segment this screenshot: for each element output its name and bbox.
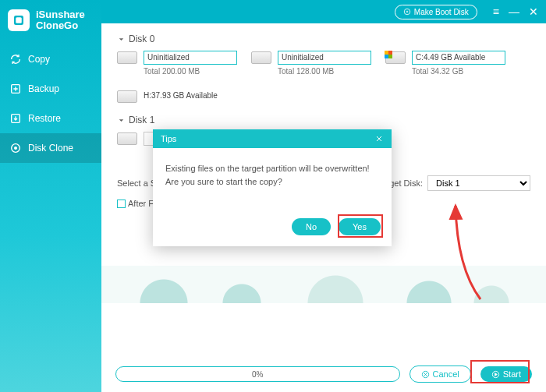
windows-drive-icon: [385, 51, 406, 64]
logo-icon: [8, 9, 30, 31]
nav-label: Restore: [28, 113, 61, 124]
partition-item[interactable]: Uninitialized Total 128.00 MB: [251, 51, 371, 76]
nav-disk-clone[interactable]: Disk Clone: [0, 133, 101, 163]
drive-icon: [117, 51, 137, 64]
minimize-icon[interactable]: —: [509, 6, 519, 17]
footer: 0% Cancel Start: [101, 358, 546, 392]
app-logo: iSunshare CloneGo: [0, 0, 101, 41]
partition-item[interactable]: C:4.49 GB Available Total 34.32 GB: [385, 51, 505, 76]
nav-label: Backup: [28, 83, 59, 94]
refresh-icon: [9, 53, 22, 65]
dialog-close-icon[interactable]: [374, 134, 384, 143]
disc-icon: [403, 8, 411, 16]
nav-backup[interactable]: Backup: [0, 74, 101, 104]
restore-icon: [9, 112, 22, 125]
drive-icon: [117, 132, 137, 145]
partition-size: Total 34.32 GB: [412, 67, 505, 76]
drive-icon: [117, 90, 137, 103]
sidebar: iSunshare CloneGo Copy Backup Restore Di…: [0, 0, 101, 392]
nav-copy[interactable]: Copy: [0, 44, 101, 74]
disk-0-section: Disk 0 Uninitialized Total 200.00 MB Uni…: [117, 34, 530, 104]
plus-box-icon: [9, 83, 22, 95]
svg-point-7: [406, 11, 408, 12]
svg-point-6: [404, 9, 410, 15]
close-icon[interactable]: ✕: [529, 6, 538, 17]
start-button[interactable]: Start: [480, 366, 532, 382]
progress-bar: 0%: [115, 366, 400, 382]
dialog-title: Tips: [161, 134, 176, 143]
partition-item[interactable]: Uninitialized Total 200.00 MB: [117, 51, 237, 76]
partition-size: Total 128.00 MB: [278, 67, 371, 76]
menu-icon[interactable]: ≡: [493, 6, 499, 17]
svg-point-5: [15, 147, 17, 149]
tips-dialog: Tips Existing files on the target partit…: [153, 129, 392, 246]
partition-label: C:4.49 GB Available: [412, 51, 505, 65]
dialog-body: Existing files on the target partition w…: [153, 148, 392, 210]
disk-title: Disk 0: [129, 34, 154, 44]
cancel-icon: [421, 370, 430, 379]
brand-line-2: CloneGo: [36, 20, 85, 31]
partition-label: Uninitialized: [278, 51, 371, 65]
nav-label: Disk Clone: [28, 143, 73, 154]
disk-1-header[interactable]: Disk 1: [117, 115, 530, 125]
drive-icon: [251, 51, 271, 64]
cancel-button[interactable]: Cancel: [410, 366, 471, 383]
disk-title: Disk 1: [129, 115, 154, 125]
partition-label: Uninitialized: [144, 51, 237, 65]
play-icon: [491, 370, 500, 379]
partition-label: H:37.93 GB Available: [144, 90, 237, 104]
partition-item[interactable]: H:37.93 GB Available: [117, 90, 237, 104]
partition-size: Total 200.00 MB: [144, 67, 237, 76]
make-boot-disk-button[interactable]: Make Boot Disk: [395, 5, 477, 19]
disk-clone-icon: [9, 142, 22, 154]
target-disk-select[interactable]: Disk 1: [427, 175, 530, 191]
titlebar: Make Boot Disk ≡ — ✕: [101, 0, 546, 23]
dialog-no-button[interactable]: No: [292, 218, 331, 235]
make-boot-label: Make Boot Disk: [414, 8, 469, 16]
brand-line-1: iSunshare: [36, 9, 85, 20]
chevron-down-icon: [117, 116, 126, 125]
svg-rect-1: [16, 18, 22, 24]
nav-label: Copy: [28, 54, 50, 65]
dialog-header: Tips: [153, 129, 392, 148]
chevron-down-icon: [117, 35, 126, 44]
dialog-yes-button[interactable]: Yes: [339, 218, 381, 235]
disk-0-header[interactable]: Disk 0: [117, 34, 530, 44]
nav-restore[interactable]: Restore: [0, 104, 101, 133]
